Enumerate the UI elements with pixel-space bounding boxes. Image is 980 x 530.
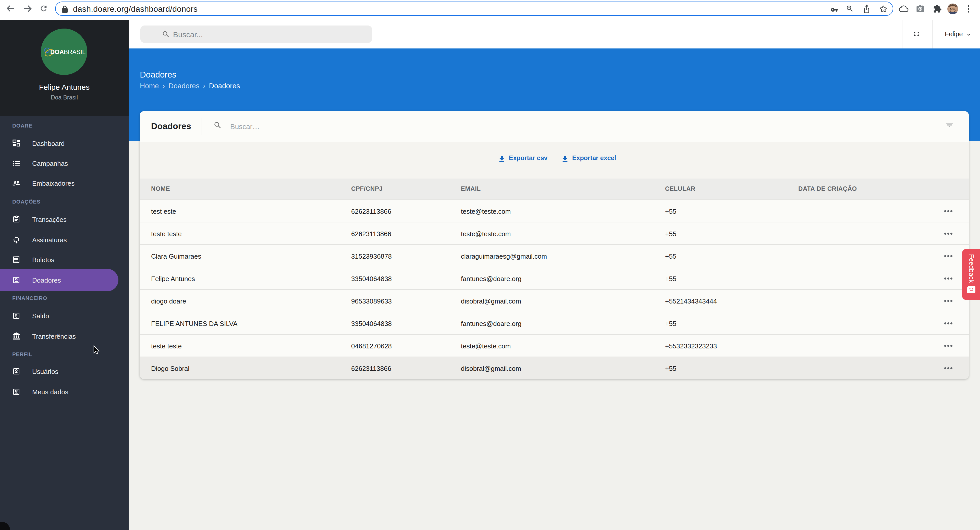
svg-text:DOA: DOA (50, 48, 64, 56)
svg-text:BRASIL: BRASIL (64, 48, 86, 56)
